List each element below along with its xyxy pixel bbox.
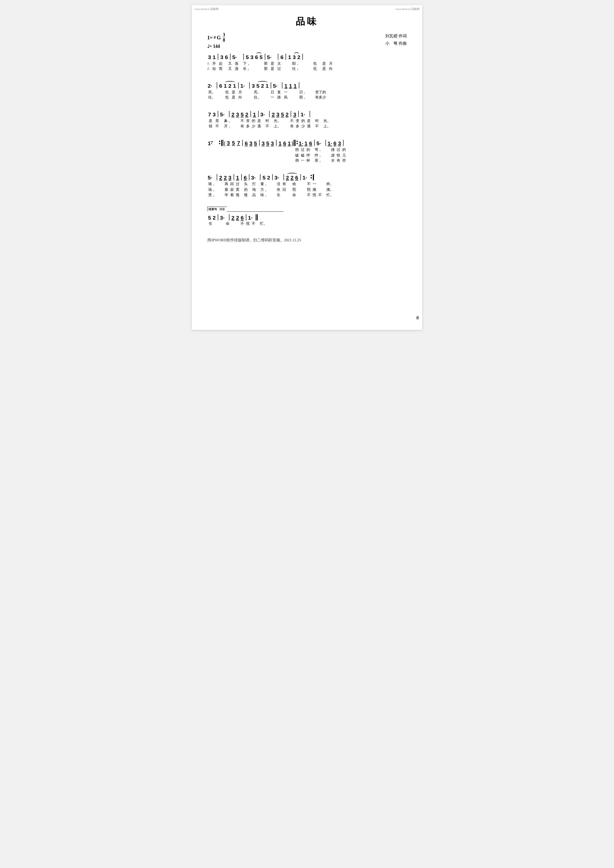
section-2-lyrics-2: 往。 也 是 向 往。 一 路 风 雨， 有多少	[207, 95, 407, 101]
note: 1·	[248, 215, 253, 220]
section-4-lyrics-1: 拐 过 的 弯， 撞 过 的	[207, 147, 407, 153]
note: 1	[278, 141, 283, 146]
barline	[272, 174, 273, 180]
note: 1	[232, 83, 237, 88]
note: 3	[292, 112, 297, 117]
barline	[250, 111, 251, 117]
section-4-lyrics-3: 倒 一 杯 茶， 水 有 些	[207, 158, 407, 164]
barline	[259, 140, 260, 146]
barline	[270, 82, 271, 88]
note: 1	[223, 83, 228, 88]
note: 2	[244, 112, 249, 117]
barline	[217, 174, 217, 180]
barline	[242, 140, 243, 146]
note: 6	[244, 141, 249, 146]
note: 5·	[272, 83, 278, 88]
note: 1·	[327, 141, 333, 146]
note: 3·	[274, 175, 280, 180]
barline	[238, 82, 239, 88]
ritard-label: 结束句 渐慢	[207, 206, 227, 211]
note: 5	[240, 112, 244, 117]
note: 3	[207, 54, 212, 60]
note: 3	[251, 83, 256, 88]
section-2: 2· 6 1 2 1 1· 3 5 2 1 5·	[207, 80, 407, 101]
barline	[258, 111, 259, 117]
note: 6	[243, 175, 248, 180]
ritard-line	[227, 211, 283, 212]
note: 6	[294, 175, 299, 180]
watermark-top-left: www.ktv8.cn 词曲网	[194, 7, 219, 11]
note: 5·	[232, 54, 238, 60]
barline	[246, 214, 246, 220]
barline	[282, 82, 283, 88]
barline	[218, 214, 218, 220]
note: 2	[297, 54, 301, 60]
barline	[278, 54, 278, 60]
note: 3	[212, 112, 216, 117]
note: 5·	[267, 54, 272, 60]
barline	[217, 82, 217, 88]
section-1-lyrics-1: 1. 升 起 又 落 下， 那 是 太 阳， 也 是 月	[207, 61, 407, 67]
section-4-lyrics-2: 磕 磕 绊 绊， 虚 惊 几	[207, 153, 407, 158]
author-block: 刘瓦磴 作词 小 弩 作曲	[385, 33, 407, 47]
barline	[298, 111, 299, 117]
section-3-notes: 7 3 5· 2 3 5 2 1 3· 2 3 5 2 3 1·	[207, 109, 407, 118]
ritard-section: 结束句 渐慢	[207, 206, 407, 212]
note: 2	[235, 215, 240, 220]
note: 7	[207, 112, 212, 117]
note: 3	[226, 140, 231, 146]
barline	[249, 174, 249, 180]
section-6-notes: 5 2 3· 2 2 6 1·	[207, 212, 407, 222]
barline	[291, 111, 291, 117]
barline	[325, 140, 326, 146]
note: 3·	[260, 112, 266, 117]
barline	[286, 54, 286, 60]
note: 1·	[298, 141, 304, 146]
note: 3	[249, 141, 253, 146]
time-signature: 3 8	[223, 33, 225, 43]
note: 2	[231, 112, 235, 117]
note: 5	[231, 140, 236, 146]
note: 2	[266, 175, 271, 180]
slur-group: 1 2 1	[223, 83, 237, 88]
barline	[260, 174, 260, 180]
barline	[283, 174, 284, 180]
note: 1	[252, 112, 257, 117]
note: 3	[250, 54, 254, 60]
note: 1·	[302, 175, 308, 180]
note: 6	[224, 54, 229, 60]
section-5-lyrics-2: 场， 最 寂 寞 的 地 方， 依 旧 熙 熙 攘 攘。	[207, 187, 407, 192]
barline	[218, 54, 218, 60]
note: 6	[240, 215, 244, 220]
page-title: 品味	[207, 16, 407, 28]
watermark-top-right: www.ktv8.cn 词曲网	[395, 7, 420, 11]
barline	[300, 174, 301, 180]
note: 2	[219, 175, 223, 180]
note: 2	[290, 175, 294, 180]
barline	[249, 82, 250, 88]
note: 5	[253, 141, 258, 146]
note: 1	[288, 83, 293, 88]
note: 6	[254, 54, 259, 60]
note: 3	[292, 54, 297, 60]
note: 1	[284, 83, 288, 88]
section-1-lyrics-2: 2. 短 暂 又 漫 长， 那 是 过 往， 也 是 向	[207, 67, 407, 73]
note: 5	[256, 83, 260, 88]
note: 1	[235, 175, 240, 180]
note: 1	[287, 141, 292, 146]
note: 2	[212, 215, 216, 220]
section-1-notes: 3 1 3 6 5· 5 3 6 5 5· 6 1	[207, 52, 407, 61]
repeat-start	[294, 140, 298, 146]
note: 1·	[300, 112, 306, 117]
barline	[276, 140, 277, 146]
note: 6	[219, 83, 223, 88]
slur-group: 6 5	[254, 54, 264, 60]
note: 1	[265, 83, 269, 88]
note: 5·	[219, 112, 225, 117]
note: 2	[285, 112, 289, 117]
slur-group: 2 2 6	[285, 175, 299, 180]
section-5-lyrics-3: 烫， 学 着 慢 慢 品 味， 生 命 不 慌 不 忙。	[207, 193, 407, 199]
note: 2	[228, 83, 232, 88]
section-4-notes: 1· ⃗ ( 3 5 7 6 3 5 3 5 3 1 6 1	[207, 138, 407, 147]
note: 3	[337, 141, 342, 146]
